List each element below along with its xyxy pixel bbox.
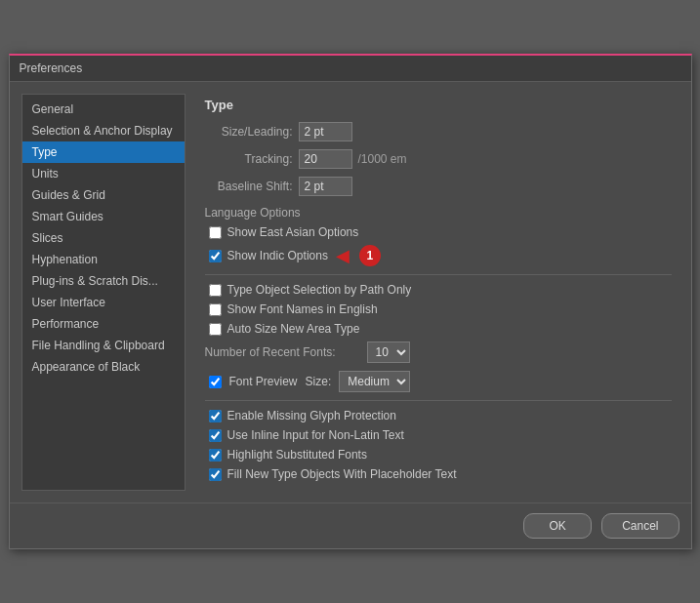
font-names-label: Show Font Names in English [227, 302, 378, 316]
sidebar-item[interactable]: File Handling & Clipboard [22, 335, 185, 356]
inline-input-checkbox[interactable] [209, 429, 222, 442]
inline-input-row: Use Inline Input for Non-Latin Text [205, 428, 672, 442]
divider-2 [205, 400, 672, 401]
baseline-shift-row: Baseline Shift: [205, 177, 672, 196]
fill-placeholder-label: Fill New Type Objects With Placeholder T… [227, 467, 457, 481]
dialog-title: Preferences [20, 61, 83, 75]
show-indic-label: Show Indic Options [227, 249, 328, 262]
missing-glyph-checkbox[interactable] [209, 410, 222, 422]
font-preview-checkbox[interactable] [209, 376, 222, 388]
sidebar-item[interactable]: Smart Guides [22, 206, 185, 227]
auto-size-checkbox[interactable] [209, 323, 222, 336]
sidebar: GeneralSelection & Anchor DisplayTypeUni… [21, 94, 185, 491]
sidebar-item[interactable]: User Interface [22, 292, 185, 313]
sidebar-item[interactable]: Type [22, 141, 185, 163]
baseline-shift-input[interactable] [299, 177, 352, 196]
annotation-number: 1 [359, 245, 381, 266]
size-label: Size: [306, 375, 332, 388]
tracking-unit: /1000 em [358, 152, 407, 166]
east-asian-label: Show East Asian Options [227, 225, 359, 239]
show-indic-checkbox[interactable] [209, 250, 222, 262]
missing-glyph-label: Enable Missing Glyph Protection [227, 409, 396, 422]
type-content: Type Size/Leading: Tracking: /1000 em Ba… [197, 94, 679, 491]
size-leading-row: Size/Leading: [205, 122, 672, 141]
type-object-label: Type Object Selection by Path Only [227, 283, 412, 297]
recent-fonts-select[interactable]: 10 5 15 20 [367, 342, 410, 363]
fill-placeholder-checkbox[interactable] [209, 468, 222, 481]
sidebar-item[interactable]: Performance [22, 313, 185, 335]
auto-size-label: Auto Size New Area Type [227, 322, 360, 336]
sidebar-item[interactable]: General [22, 99, 185, 120]
auto-size-row: Auto Size New Area Type [205, 322, 672, 336]
east-asian-row: Show East Asian Options [205, 225, 672, 239]
indic-row: Show Indic Options ◀ 1 [205, 245, 672, 266]
tracking-label: Tracking: [205, 152, 293, 166]
tracking-row: Tracking: /1000 em [205, 149, 672, 169]
type-object-checkbox[interactable] [209, 284, 222, 297]
highlight-substituted-label: Highlight Substituted Fonts [227, 448, 367, 462]
title-bar: Preferences [10, 56, 691, 82]
font-names-row: Show Font Names in English [205, 302, 672, 316]
font-size-select[interactable]: Small Medium Large [339, 371, 410, 392]
annotation-arrow: ◀ [336, 245, 350, 266]
recent-fonts-label: Number of Recent Fonts: [205, 345, 361, 359]
missing-glyph-row: Enable Missing Glyph Protection [205, 409, 672, 422]
recent-fonts-row: Number of Recent Fonts: 10 5 15 20 [205, 342, 672, 363]
font-preview-label: Font Preview [229, 375, 298, 388]
sidebar-item[interactable]: Guides & Grid [22, 184, 185, 206]
cancel-button[interactable]: Cancel [601, 513, 679, 539]
section-title: Type [205, 98, 672, 112]
highlight-substituted-row: Highlight Substituted Fonts [205, 448, 672, 462]
preferences-dialog: Preferences GeneralSelection & Anchor Di… [9, 54, 692, 549]
inline-input-label: Use Inline Input for Non-Latin Text [227, 428, 404, 442]
size-leading-label: Size/Leading: [205, 125, 293, 139]
sidebar-item[interactable]: Appearance of Black [22, 356, 185, 378]
font-names-checkbox[interactable] [209, 303, 222, 316]
highlight-substituted-checkbox[interactable] [209, 449, 222, 462]
fill-placeholder-row: Fill New Type Objects With Placeholder T… [205, 467, 672, 481]
sidebar-item[interactable]: Hyphenation [22, 249, 185, 270]
sidebar-item[interactable]: Units [22, 163, 185, 184]
sidebar-item[interactable]: Plug-ins & Scratch Dis... [22, 270, 185, 292]
ok-button[interactable]: OK [523, 513, 592, 539]
font-preview-row: Font Preview Size: Small Medium Large [205, 371, 672, 392]
language-options-title: Language Options [205, 206, 672, 220]
sidebar-item[interactable]: Slices [22, 227, 185, 249]
dialog-body: GeneralSelection & Anchor DisplayTypeUni… [10, 82, 691, 502]
baseline-shift-label: Baseline Shift: [205, 180, 293, 193]
east-asian-checkbox[interactable] [209, 226, 222, 239]
sidebar-item[interactable]: Selection & Anchor Display [22, 120, 185, 141]
tracking-input[interactable] [299, 149, 352, 169]
footer: OK Cancel [10, 502, 691, 548]
divider-1 [205, 274, 672, 275]
type-object-row: Type Object Selection by Path Only [205, 283, 672, 297]
size-leading-input[interactable] [299, 122, 352, 141]
